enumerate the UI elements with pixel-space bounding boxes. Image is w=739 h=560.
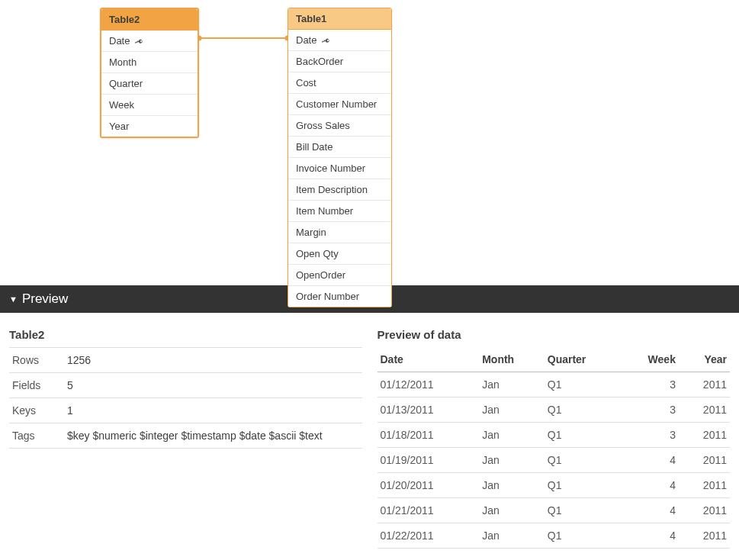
entity-field[interactable]: Date [288, 30, 391, 51]
table-cell: 4 [621, 523, 679, 549]
field-label: Bill Date [296, 141, 333, 153]
table-cell: Jan [479, 473, 545, 498]
entity-field[interactable]: Margin [288, 222, 391, 243]
table-cell: Q1 [545, 498, 621, 523]
table-cell: 4 [621, 448, 679, 473]
metadata-table: Rows 1256 Fields 5 Keys 1 Tags $key $num… [9, 347, 362, 449]
table-cell: 3 [621, 372, 679, 397]
field-label: Invoice Number [296, 163, 365, 174]
field-label: OpenOrder [296, 269, 345, 281]
table-cell: 01/12/2011 [378, 372, 480, 397]
table-cell: Jan [479, 498, 545, 523]
entity-field[interactable]: Open Qty [288, 243, 391, 265]
entity-field[interactable]: Week [101, 95, 198, 116]
entity-table1[interactable]: Table1DateBackOrderCostCustomer NumberGr… [288, 8, 392, 307]
table-cell: 01/13/2011 [378, 397, 480, 423]
table-cell: Q1 [545, 397, 621, 423]
table-cell: Q1 [545, 372, 621, 397]
column-header[interactable]: Week [621, 347, 679, 372]
entity-field-list: DateBackOrderCostCustomer NumberGross Sa… [288, 30, 391, 307]
field-label: Item Description [296, 184, 368, 195]
entity-field-list: DateMonthQuarterWeekYear [101, 31, 198, 137]
entity-field[interactable]: Item Number [288, 201, 391, 222]
data-preview-title: Preview of data [378, 328, 731, 341]
entity-header[interactable]: Table2 [101, 9, 198, 31]
field-label: Margin [296, 227, 326, 238]
field-label: Customer Number [296, 98, 377, 110]
entity-field[interactable]: Bill Date [288, 137, 391, 158]
metadata-panel: Table2 Rows 1256 Fields 5 Keys 1 Tags $k… [9, 328, 362, 549]
entity-field[interactable]: Item Description [288, 179, 391, 201]
table-row[interactable]: 01/18/2011JanQ132011 [378, 423, 731, 448]
entity-field[interactable]: Cost [288, 72, 391, 94]
field-label: Week [109, 99, 134, 111]
entity-field[interactable]: BackOrder [288, 51, 391, 72]
table-cell: Jan [479, 397, 545, 423]
meta-row-tags: Tags $key $numeric $integer $timestamp $… [9, 423, 362, 449]
entity-field[interactable]: Customer Number [288, 94, 391, 115]
entity-field[interactable]: Month [101, 52, 198, 73]
table-cell: Q1 [545, 523, 621, 549]
data-model-canvas[interactable]: Table2DateMonthQuarterWeekYearTable1Date… [0, 0, 739, 285]
field-label: Year [109, 121, 129, 132]
field-label: Gross Sales [296, 120, 350, 131]
table-row[interactable]: 01/13/2011JanQ132011 [378, 397, 731, 423]
table-cell: 01/18/2011 [378, 423, 480, 448]
key-icon [134, 37, 143, 46]
table-cell: 2011 [679, 397, 730, 423]
field-label: Open Qty [296, 248, 339, 259]
table-cell: Jan [479, 523, 545, 549]
metadata-table-name: Table2 [9, 328, 362, 341]
key-icon [321, 36, 330, 45]
meta-row-keys: Keys 1 [9, 398, 362, 423]
field-label: Date [109, 35, 130, 47]
table-cell: Q1 [545, 473, 621, 498]
entity-field[interactable]: Order Number [288, 286, 391, 307]
entity-header[interactable]: Table1 [288, 8, 391, 30]
table-cell: 2011 [679, 423, 730, 448]
field-label: Item Number [296, 205, 353, 217]
table-cell: 01/21/2011 [378, 498, 480, 523]
field-label: Quarter [109, 78, 143, 89]
table-cell: 01/19/2011 [378, 448, 480, 473]
field-label: Date [296, 34, 316, 46]
table-cell: 3 [621, 397, 679, 423]
table-row[interactable]: 01/22/2011JanQ142011 [378, 523, 731, 549]
field-label: Month [109, 56, 137, 68]
entity-field[interactable]: Year [101, 116, 198, 137]
table-cell: Jan [479, 423, 545, 448]
column-header[interactable]: Date [378, 347, 480, 372]
table-cell: 01/20/2011 [378, 473, 480, 498]
field-label: Order Number [296, 291, 359, 302]
table-row[interactable]: 01/20/2011JanQ142011 [378, 473, 731, 498]
entity-field[interactable]: Date [101, 31, 198, 52]
entity-table2[interactable]: Table2DateMonthQuarterWeekYear [100, 8, 199, 138]
caret-down-icon: ▼ [9, 294, 18, 304]
table-cell: Jan [479, 372, 545, 397]
table-cell: Jan [479, 448, 545, 473]
column-header[interactable]: Quarter [545, 347, 621, 372]
table-cell: 2011 [679, 372, 730, 397]
table-cell: Q1 [545, 448, 621, 473]
table-cell: 4 [621, 473, 679, 498]
table-cell: 2011 [679, 448, 730, 473]
table-cell: 3 [621, 423, 679, 448]
table-cell: 2011 [679, 498, 730, 523]
data-preview-table: DateMonthQuarterWeekYear 01/12/2011JanQ1… [378, 347, 731, 549]
table-cell: 2011 [679, 523, 730, 549]
entity-field[interactable]: Invoice Number [288, 158, 391, 179]
table-row[interactable]: 01/21/2011JanQ142011 [378, 498, 731, 523]
table-cell: 2011 [679, 473, 730, 498]
entity-field[interactable]: OpenOrder [288, 265, 391, 286]
table-row[interactable]: 01/12/2011JanQ132011 [378, 372, 731, 397]
field-label: Cost [296, 77, 316, 89]
entity-field[interactable]: Gross Sales [288, 115, 391, 137]
field-label: BackOrder [296, 56, 343, 67]
preview-title: Preview [22, 291, 68, 307]
table-row[interactable]: 01/19/2011JanQ142011 [378, 448, 731, 473]
data-preview-panel: Preview of data DateMonthQuarterWeekYear… [378, 328, 731, 549]
column-header[interactable]: Month [479, 347, 545, 372]
entity-field[interactable]: Quarter [101, 73, 198, 95]
table-cell: 4 [621, 498, 679, 523]
column-header[interactable]: Year [679, 347, 730, 372]
